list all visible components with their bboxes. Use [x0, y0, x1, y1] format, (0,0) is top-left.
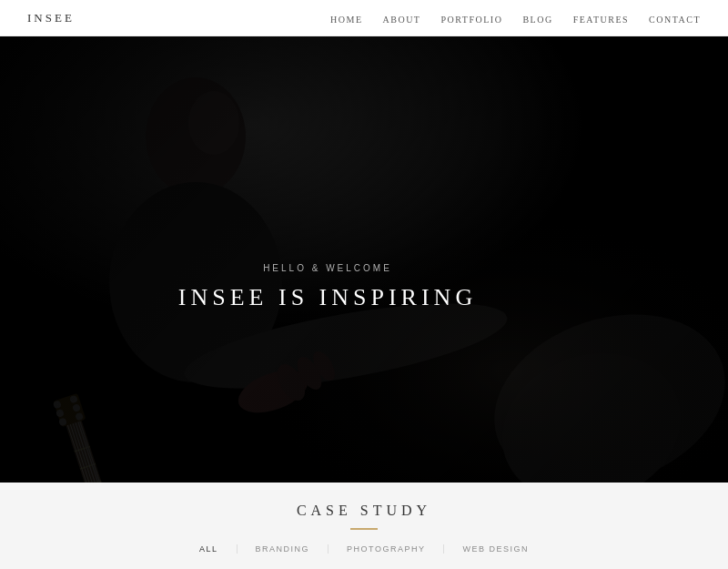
- nav-item-blog[interactable]: BLOG: [522, 10, 552, 26]
- case-study-tabs: ALL BRANDING PHOTOGRAPHY WEB DESIGN: [181, 544, 547, 554]
- nav-item-contact[interactable]: CONTACT: [649, 10, 701, 26]
- hero-text-container: HELLO & WELCOME INSEE IS INSPIRING: [178, 263, 477, 311]
- navbar: INSEE HOME ABOUT PORTFOLIO BLOG FEATURES…: [0, 0, 728, 36]
- case-study-title: CASE STUDY: [297, 503, 431, 519]
- hero-overlay: [0, 36, 728, 483]
- nav-item-about[interactable]: ABOUT: [383, 10, 421, 26]
- nav-item-home[interactable]: HOME: [330, 10, 362, 26]
- case-study-divider: [350, 528, 378, 530]
- site-logo[interactable]: INSEE: [27, 11, 75, 25]
- nav-item-portfolio[interactable]: PORTFOLIO: [440, 10, 502, 26]
- tab-web-design[interactable]: WEB DESIGN: [444, 544, 547, 554]
- nav-item-features[interactable]: FEATURES: [573, 10, 629, 26]
- hero-section: HELLO & WELCOME INSEE IS INSPIRING: [0, 36, 728, 483]
- hero-title: INSEE IS INSPIRING: [178, 284, 477, 311]
- tab-branding[interactable]: BRANDING: [238, 544, 329, 554]
- hero-subtitle: HELLO & WELCOME: [178, 263, 477, 273]
- nav-menu: HOME ABOUT PORTFOLIO BLOG FEATURES CONTA…: [330, 10, 701, 26]
- tab-all[interactable]: ALL: [181, 544, 238, 554]
- tab-photography[interactable]: PHOTOGRAPHY: [329, 544, 444, 554]
- case-study-section: CASE STUDY ALL BRANDING PHOTOGRAPHY WEB …: [0, 483, 728, 569]
